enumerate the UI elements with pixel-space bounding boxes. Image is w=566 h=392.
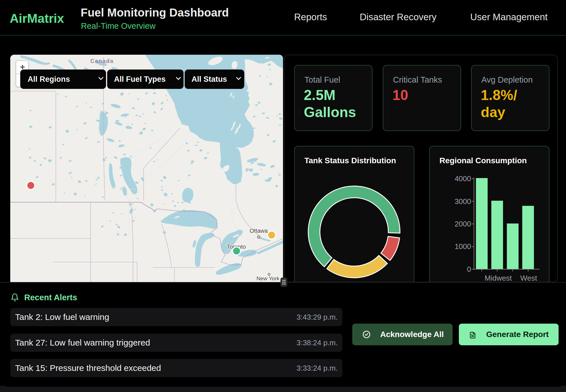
svg-text:1000: 1000 — [455, 242, 471, 251]
svg-text:Canada: Canada — [90, 58, 114, 64]
svg-text:3000: 3000 — [455, 197, 471, 206]
svg-text:0: 0 — [467, 265, 471, 273]
svg-text:2000: 2000 — [455, 220, 471, 228]
svg-text:West: West — [520, 274, 538, 282]
svg-text:4000: 4000 — [455, 174, 471, 183]
svg-text:Midwest: Midwest — [484, 274, 512, 282]
svg-text:New York: New York — [256, 275, 280, 281]
svg-text:Ottawa: Ottawa — [250, 228, 268, 234]
